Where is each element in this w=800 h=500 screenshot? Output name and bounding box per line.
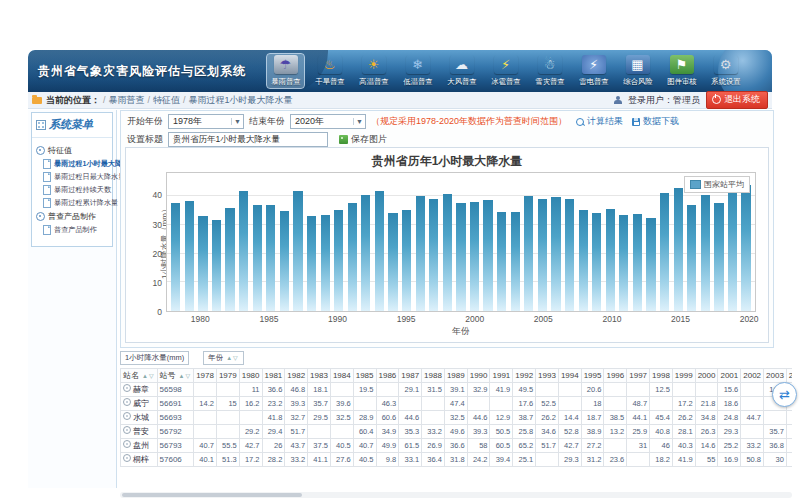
value-cell: [627, 453, 650, 467]
year-column-header[interactable]: 1984: [330, 369, 353, 383]
radio-icon[interactable]: [123, 412, 131, 420]
value-cell: 20.3: [786, 453, 792, 467]
sidebar-item-label: 暴雨过程累计降水量: [54, 198, 118, 208]
year-column-header[interactable]: 1981: [262, 369, 285, 383]
station-name-header[interactable]: 站名▲▽: [121, 369, 158, 383]
year-column-header[interactable]: 2004: [786, 369, 792, 383]
bar-slot: [413, 173, 427, 311]
value-cell: [536, 453, 559, 467]
logout-button[interactable]: 退出系统: [706, 91, 768, 109]
year-column-header[interactable]: 1994: [558, 369, 581, 383]
value-cell: 36.8: [764, 439, 787, 453]
sync-button[interactable]: ⇄: [772, 382, 797, 407]
year-column-header[interactable]: 1993: [536, 369, 559, 383]
measure-selector[interactable]: 1小时降水量(mm): [120, 351, 189, 365]
value-cell: 17.6: [513, 397, 536, 411]
x-tick-label: 1990: [328, 314, 347, 324]
radio-icon[interactable]: [123, 384, 131, 392]
year-filter[interactable]: 年份 ▲▽: [203, 351, 244, 365]
table-row[interactable]: 桐梓5760640.151.317.228.233.241.127.640.59…: [121, 453, 793, 467]
nav-item-snow[interactable]: ☃雪灾普查: [531, 54, 568, 88]
sort-icons[interactable]: ▲▽: [179, 373, 192, 379]
year-column-header[interactable]: 1986: [376, 369, 399, 383]
bar-1997: [429, 199, 438, 311]
toolbar-row-1: 开始年份 1978年 ▼ 结束年份 2020年 ▼ （规定采用1978-2020…: [121, 111, 773, 129]
table-row[interactable]: 威宁5669114.21516.223.239.335.739.646.347.…: [121, 397, 793, 411]
nav-item-lightning[interactable]: ⚡雷电普查: [575, 54, 612, 88]
radio-icon[interactable]: [123, 426, 131, 434]
year-column-header[interactable]: 1991: [490, 369, 513, 383]
year-column-header[interactable]: 1999: [672, 369, 695, 383]
year-column-header[interactable]: 1978: [194, 369, 217, 383]
nav-item-label: 雪灾普查: [535, 76, 564, 86]
year-column-header[interactable]: 1985: [353, 369, 376, 383]
table-row[interactable]: 赫章565981136.646.818.119.529.131.539.132.…: [121, 383, 793, 397]
station-id-header[interactable]: 站号▲▽: [157, 369, 194, 383]
sidebar-item-duration-days[interactable]: 暴雨过程持续天数: [43, 185, 110, 195]
year-column-header[interactable]: 1979: [216, 369, 239, 383]
bar-slot: [278, 173, 292, 311]
radio-icon[interactable]: [123, 398, 131, 406]
table-row[interactable]: 普安5679229.229.451.760.434.935.333.249.63…: [121, 425, 793, 439]
year-column-header[interactable]: 1997: [627, 369, 650, 383]
breadcrumb-item[interactable]: 暴雨普查: [109, 95, 145, 105]
nav-item-rainstorm[interactable]: ☂暴雨普查: [267, 54, 304, 88]
nav-item-low-temp[interactable]: ❄低温普查: [399, 54, 436, 88]
value-cell: 44.1: [627, 411, 650, 425]
settings-icon: ⚙: [714, 55, 738, 74]
year-column-header[interactable]: 2000: [695, 369, 718, 383]
sidebar-item-accumulated[interactable]: 暴雨过程累计降水量: [43, 198, 110, 208]
year-column-header[interactable]: 1987: [399, 369, 422, 383]
value-cell: 40.5: [330, 439, 353, 453]
year-column-header[interactable]: 1982: [285, 369, 308, 383]
download-button[interactable]: 数据下载: [632, 115, 679, 128]
app-header: 贵州省气象灾害风险评估与区划系统 ☂暴雨普查♨干旱普查☀高温普查❄低温普查☁大风…: [28, 50, 772, 92]
year-column-header[interactable]: 1995: [581, 369, 604, 383]
nav-item-comprehensive-risk[interactable]: ▦综合风险: [619, 54, 656, 88]
breadcrumb-item[interactable]: 暴雨过程1小时最大降水量: [189, 95, 293, 105]
year-column-header[interactable]: 1990: [467, 369, 490, 383]
year-column-header[interactable]: 1983: [308, 369, 331, 383]
bar-2015: [674, 188, 683, 311]
nav-item-settings[interactable]: ⚙系统设置: [707, 54, 744, 88]
nav-item-high-temp[interactable]: ☀高温普查: [355, 54, 392, 88]
sidebar-item-product-making[interactable]: 普查产品制作: [43, 225, 110, 235]
value-cell: 25.9: [627, 425, 650, 439]
year-column-header[interactable]: 1980: [239, 369, 262, 383]
nav-item-drought[interactable]: ♨干旱普查: [311, 54, 348, 88]
year-column-header[interactable]: 1992: [513, 369, 536, 383]
save-image-button[interactable]: 保存图片: [339, 133, 387, 146]
chart-title-input[interactable]: 贵州省历年1小时最大降水量: [168, 132, 328, 147]
year-column-header[interactable]: 1998: [650, 369, 673, 383]
year-column-header[interactable]: 1996: [604, 369, 627, 383]
year-column-header[interactable]: 2002: [741, 369, 764, 383]
sidebar-group-survey-products[interactable]: 普查产品制作: [36, 211, 110, 222]
scrollbar-thumb[interactable]: [122, 493, 302, 497]
nav-item-hail[interactable]: ⚡冰雹普查: [487, 54, 524, 88]
sort-icons[interactable]: ▲▽: [142, 373, 155, 379]
nav-item-wind[interactable]: ☁大风普查: [443, 54, 480, 88]
horizontal-scrollbar[interactable]: [120, 492, 792, 498]
sidebar-group-feature-values[interactable]: 特征值: [36, 145, 110, 156]
sidebar-item-daily-max[interactable]: 暴雨过程日最大降水量: [43, 172, 110, 182]
end-year-select[interactable]: 2020年 ▼: [290, 114, 366, 129]
bar-slot: [468, 173, 482, 311]
year-column-header[interactable]: 2003: [764, 369, 787, 383]
sort-icons[interactable]: ▲▽: [226, 354, 239, 361]
radio-icon[interactable]: [123, 454, 131, 462]
table-row[interactable]: 水城5669341.832.729.532.528.960.644.632.54…: [121, 411, 793, 425]
breadcrumb-item[interactable]: 特征值: [153, 95, 180, 105]
year-column-header[interactable]: 1989: [444, 369, 467, 383]
sidebar-item-hourly-max[interactable]: 暴雨过程1小时最大降水量: [43, 159, 110, 169]
nav-item-map-review[interactable]: ⚑图件审核: [663, 54, 700, 88]
value-cell: [467, 397, 490, 411]
table-row[interactable]: 盘州5679340.755.542.72643.737.540.540.749.…: [121, 439, 793, 453]
year-column-header[interactable]: 2001: [718, 369, 741, 383]
bar-2012: [633, 214, 642, 311]
year-column-header[interactable]: 1988: [422, 369, 445, 383]
radio-icon[interactable]: [123, 440, 131, 448]
value-cell: 41.9: [490, 383, 513, 397]
value-cell: 40.3: [672, 439, 695, 453]
calculate-button[interactable]: 计算结果: [576, 115, 623, 128]
start-year-select[interactable]: 1978年 ▼: [168, 114, 244, 129]
